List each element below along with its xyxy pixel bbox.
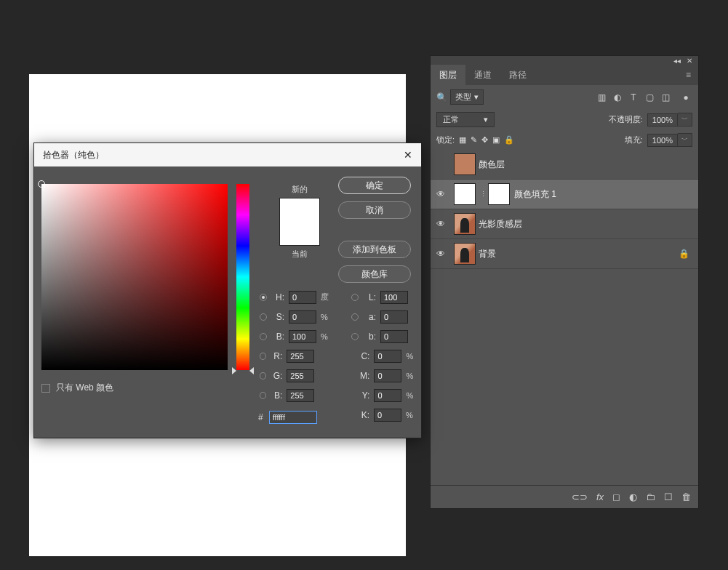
panel-tabs: 图层 通道 路径 ≡: [431, 65, 698, 85]
hex-input[interactable]: [269, 411, 317, 424]
h-input[interactable]: [289, 291, 316, 304]
b-input[interactable]: [380, 330, 408, 343]
a-radio[interactable]: [351, 313, 359, 321]
opacity-caret[interactable]: ﹀: [678, 113, 692, 127]
collapse-icon[interactable]: ◂◂: [673, 57, 681, 65]
filter-shape-icon[interactable]: ▢: [643, 91, 656, 104]
web-colors-checkbox[interactable]: 只有 Web 颜色: [41, 382, 113, 394]
l-radio[interactable]: [351, 294, 359, 301]
layer-name[interactable]: 光影质感层: [479, 218, 522, 230]
layer-thumbnail[interactable]: [454, 213, 476, 235]
lock-move-icon[interactable]: ✥: [481, 135, 488, 145]
link-layers-icon[interactable]: ⊂⊃: [572, 491, 588, 502]
m-input[interactable]: [374, 369, 401, 382]
lock-transparent-icon[interactable]: ▦: [459, 135, 466, 145]
layer-row[interactable]: 👁 ⋮ 颜色填充 1: [431, 180, 698, 209]
filter-text-icon[interactable]: T: [627, 91, 640, 104]
cancel-button[interactable]: 取消: [338, 201, 411, 219]
lock-artboard-icon[interactable]: ▣: [492, 135, 500, 145]
g-input[interactable]: [287, 369, 314, 382]
layer-thumbnail[interactable]: [454, 153, 476, 175]
layer-row[interactable]: 颜色层: [431, 150, 698, 180]
layer-row[interactable]: 👁 光影质感层: [431, 209, 698, 239]
filter-adjust-icon[interactable]: ◐: [611, 91, 624, 104]
g-radio[interactable]: [260, 372, 266, 380]
lock-label: 锁定:: [436, 135, 455, 145]
hue-slider[interactable]: [236, 184, 249, 370]
tab-channels[interactable]: 通道: [465, 65, 500, 85]
checkbox-icon[interactable]: [41, 384, 50, 393]
s-radio[interactable]: [260, 313, 267, 321]
tab-layers[interactable]: 图层: [431, 65, 465, 85]
visibility-toggle[interactable]: 👁: [431, 219, 451, 229]
bv-radio[interactable]: [260, 333, 267, 340]
color-swatch[interactable]: [279, 198, 320, 246]
filter-smart-icon[interactable]: ◫: [659, 91, 672, 104]
layer-mask-thumbnail[interactable]: [488, 183, 510, 205]
trash-icon[interactable]: 🗑: [681, 491, 691, 502]
layers-footer: ⊂⊃ fx ◻ ◐ 🗀 ☐ 🗑: [431, 485, 698, 508]
visibility-toggle[interactable]: 👁: [431, 249, 451, 259]
dialog-titlebar[interactable]: 拾色器（纯色） ✕: [34, 143, 421, 166]
y-input[interactable]: [374, 389, 401, 402]
dialog-title: 拾色器（纯色）: [43, 149, 104, 161]
layers-list: 颜色层 👁 ⋮ 颜色填充 1 👁 光影质感层 👁 背景 🔒: [431, 150, 698, 485]
visibility-toggle[interactable]: 👁: [431, 189, 451, 199]
bv-input[interactable]: [289, 330, 316, 343]
k-input[interactable]: [374, 409, 401, 422]
lock-all-icon[interactable]: 🔒: [504, 135, 514, 145]
a-input[interactable]: [380, 310, 408, 324]
fill-input[interactable]: 100%: [647, 134, 678, 147]
k-label: K:: [357, 410, 369, 420]
c-input[interactable]: [374, 350, 401, 363]
adjustment-icon[interactable]: ◐: [629, 491, 637, 502]
y-label: Y:: [358, 390, 369, 401]
layer-row[interactable]: 👁 背景 🔒: [431, 239, 698, 269]
lock-brush-icon[interactable]: ✎: [471, 135, 477, 145]
panel-grip[interactable]: ◂◂ ✕: [431, 56, 698, 65]
filter-type-select[interactable]: 类型 ▾: [450, 89, 484, 105]
b-radio[interactable]: [351, 333, 359, 340]
color-libraries-button[interactable]: 颜色库: [338, 265, 411, 283]
opacity-input[interactable]: 100%: [647, 113, 678, 127]
s-label: S:: [271, 312, 284, 322]
close-icon[interactable]: ✕: [687, 57, 692, 65]
layer-name[interactable]: 颜色填充 1: [514, 188, 556, 201]
current-color-label: 当前: [260, 249, 340, 260]
s-input[interactable]: [289, 310, 316, 324]
close-icon[interactable]: ✕: [404, 149, 412, 161]
blend-mode-value: 正常: [443, 114, 459, 125]
bc-input[interactable]: [287, 389, 314, 402]
m-label: M:: [358, 371, 369, 381]
h-label: H:: [271, 292, 284, 302]
r-input[interactable]: [287, 350, 314, 363]
blend-mode-select[interactable]: 正常 ▾: [436, 112, 495, 127]
l-input[interactable]: [380, 291, 408, 304]
saturation-value-field[interactable]: [41, 184, 228, 370]
sv-cursor[interactable]: [38, 180, 45, 188]
layer-name[interactable]: 颜色层: [479, 158, 505, 171]
web-colors-label: 只有 Web 颜色: [56, 382, 113, 394]
h-radio[interactable]: [260, 294, 267, 301]
panel-menu-icon[interactable]: ≡: [679, 70, 698, 80]
layer-name[interactable]: 背景: [479, 248, 496, 260]
color-fields: H: 度 L: S: % a: B:: [260, 287, 415, 425]
fill-caret[interactable]: ﹀: [678, 133, 692, 147]
mask-icon[interactable]: ◻: [612, 491, 620, 502]
layers-blend-bar: 正常 ▾ 不透明度: 100% ﹀: [431, 109, 698, 130]
ok-button[interactable]: 确定: [338, 177, 411, 194]
hash-label: #: [258, 412, 263, 422]
filter-pixel-icon[interactable]: ▥: [595, 91, 608, 104]
group-icon[interactable]: 🗀: [646, 491, 655, 502]
new-layer-icon[interactable]: ☐: [664, 491, 673, 502]
layer-thumbnail[interactable]: [454, 183, 476, 205]
lock-icon[interactable]: 🔒: [679, 249, 689, 259]
layer-thumbnail[interactable]: [454, 243, 476, 265]
bc-radio[interactable]: [260, 392, 266, 399]
filter-type-label: 类型: [455, 92, 471, 103]
fx-icon[interactable]: fx: [596, 491, 604, 502]
add-swatch-button[interactable]: 添加到色板: [338, 241, 411, 258]
filter-toggle-icon[interactable]: ●: [679, 91, 692, 104]
tab-paths[interactable]: 路径: [500, 65, 535, 85]
r-radio[interactable]: [260, 353, 266, 360]
